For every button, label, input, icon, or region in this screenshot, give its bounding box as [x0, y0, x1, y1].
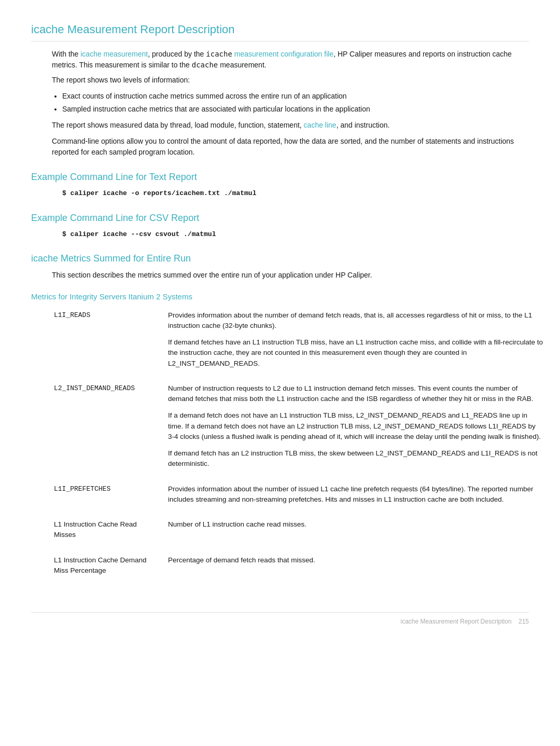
metric-name-empty — [52, 335, 166, 374]
intro-text-middle: , produced by the — [148, 50, 206, 58]
code-block-csv-report: $ caliper icache --csv csvout ./matmul — [62, 229, 529, 240]
metrics-table: L1I_READSProvides information about the … — [52, 308, 550, 582]
footer-text: icache Measurement Report Description — [401, 618, 512, 625]
metric-description: Percentage of demand fetch reads that mi… — [166, 553, 550, 582]
metric-description: If a demand fetch does not have an L1 in… — [166, 408, 550, 446]
metric-description: Number of L1 instruction cache read miss… — [166, 517, 550, 546]
footer-page: 215 — [519, 618, 529, 625]
page-title: icache Measurement Report Description — [31, 21, 529, 42]
metric-name: L1I_READS — [52, 308, 166, 336]
code-text-report: $ caliper icache -o reports/icachem.txt … — [62, 189, 256, 197]
table-row: L1I_PREFETCHESProvides information about… — [52, 482, 550, 510]
intro-para2: The report shows two levels of informati… — [52, 75, 529, 86]
table-row: L2_INST_DEMAND_READSNumber of instructio… — [52, 381, 550, 409]
metric-description: Provides information about the number of… — [166, 482, 550, 510]
section-title-metrics-summed: icache Metrics Summed for Entire Run — [31, 252, 529, 266]
metric-name: L1I_PREFETCHES — [52, 482, 166, 510]
intro-bullet-list: Exact counts of instruction cache metric… — [62, 91, 529, 115]
metric-name-empty — [52, 446, 166, 475]
table-row: If demand fetches have an L1 instruction… — [52, 335, 550, 374]
table-row: L1I_READSProvides information about the … — [52, 308, 550, 336]
metric-name-empty — [52, 408, 166, 446]
metric-name: L2_INST_DEMAND_READS — [52, 381, 166, 409]
table-row: If demand fetch has an L2 instruction TL… — [52, 446, 550, 475]
metric-description: If demand fetch has an L2 instruction TL… — [166, 446, 550, 475]
link-icache-measurement[interactable]: icache measurement — [80, 50, 148, 58]
para3-prefix: The report shows measured data by thread… — [52, 121, 304, 129]
bullet-item-1: Exact counts of instruction cache metric… — [62, 91, 529, 102]
spacer-row — [52, 510, 550, 517]
bullet-item-2: Sampled instruction cache metrics that a… — [62, 104, 529, 115]
spacer-row — [52, 546, 550, 553]
section-title-text-report: Example Command Line for Text Report — [31, 170, 529, 184]
link-measurement-config[interactable]: measurement configuration file — [234, 50, 333, 58]
link-cache-line[interactable]: cache line — [304, 121, 337, 129]
spacer-row — [52, 374, 550, 381]
spacer-row — [52, 475, 550, 482]
intro-text-end: measurement. — [218, 61, 266, 69]
table-row: L1 Instruction Cache Demand Miss Percent… — [52, 553, 550, 582]
code-block-text-report: $ caliper icache -o reports/icachem.txt … — [62, 188, 529, 199]
table-row: L1 Instruction Cache Read MissesNumber o… — [52, 517, 550, 546]
metric-description: Number of instruction requests to L2 due… — [166, 381, 550, 409]
code-icache: icache — [206, 50, 232, 58]
metrics-summed-description: This section describes the metrics summe… — [52, 270, 529, 281]
intro-text-prefix: With the — [52, 50, 80, 58]
table-row: If a demand fetch does not have an L1 in… — [52, 408, 550, 446]
section-title-csv-report: Example Command Line for CSV Report — [31, 211, 529, 225]
intro-para3: The report shows measured data by thread… — [52, 120, 529, 131]
code-dcache: dcache — [192, 61, 218, 69]
para3-suffix: , and instruction. — [337, 121, 390, 129]
intro-para1: With the icache measurement, produced by… — [52, 49, 529, 71]
metric-name: L1 Instruction Cache Demand Miss Percent… — [52, 553, 166, 582]
metric-description: If demand fetches have an L1 instruction… — [166, 335, 550, 374]
intro-para4: Command-line options allow you to contro… — [52, 136, 529, 158]
subsection-title-integrity: Metrics for Integrity Servers Itanium 2 … — [31, 291, 529, 303]
code-csv-report: $ caliper icache --csv csvout ./matmul — [62, 230, 216, 238]
page-footer: icache Measurement Report Description 21… — [31, 612, 529, 626]
metric-name: L1 Instruction Cache Read Misses — [52, 517, 166, 546]
metric-description: Provides information about the number of… — [166, 308, 550, 336]
